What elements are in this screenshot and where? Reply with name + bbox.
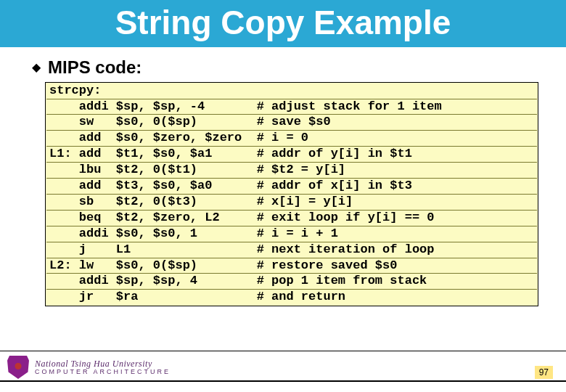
code-line: add $t3, $s0, $a0 # addr of x[i] in $t3 (46, 179, 537, 195)
footer: National Tsing Hua University COMPUTER A… (0, 348, 566, 392)
code-line: sw $s0, 0($sp) # save $s0 (46, 115, 537, 131)
code-line: strcpy: (46, 83, 537, 99)
code-block: strcpy: addi $sp, $sp, -4 # adjust stack… (45, 82, 538, 307)
slide: String Copy Example ◆ MIPS code: strcpy:… (0, 0, 566, 392)
crest-icon (7, 356, 29, 379)
page-number: 97 (535, 366, 553, 379)
footer-logo: National Tsing Hua University COMPUTER A… (7, 356, 171, 379)
code-line: addi $sp, $sp, 4 # pop 1 item from stack (46, 274, 537, 290)
slide-body: ◆ MIPS code: strcpy: addi $sp, $sp, -4 #… (0, 47, 566, 307)
divider (0, 380, 566, 382)
code-line: addi $sp, $sp, -4 # adjust stack for 1 i… (46, 99, 537, 115)
slide-title: String Copy Example (0, 0, 566, 47)
bullet-icon: ◆ (32, 60, 41, 74)
footer-text: National Tsing Hua University COMPUTER A… (35, 359, 171, 375)
code-line: addi $s0, $s0, 1 # i = i + 1 (46, 226, 537, 242)
code-line: j L1 # next iteration of loop (46, 242, 537, 258)
code-line: L2: lw $s0, 0($sp) # restore saved $s0 (46, 258, 537, 274)
bullet-text: MIPS code: (48, 57, 142, 78)
code-line: lbu $t2, 0($t1) # $t2 = y[i] (46, 163, 537, 179)
university-name: National Tsing Hua University (35, 359, 171, 369)
department-name: COMPUTER ARCHITECTURE (35, 369, 171, 375)
code-pre: strcpy: addi $sp, $sp, -4 # adjust stack… (46, 83, 538, 306)
bullet-row: ◆ MIPS code: (32, 57, 546, 78)
code-line: jr $ra # and return (46, 290, 537, 305)
code-line: sb $t2, 0($t3) # x[i] = y[i] (46, 195, 537, 211)
code-line: beq $t2, $zero, L2 # exit loop if y[i] =… (46, 211, 537, 226)
code-line: L1: add $t1, $s0, $a1 # addr of y[i] in … (46, 147, 537, 163)
divider (0, 351, 566, 351)
code-line: add $s0, $zero, $zero # i = 0 (46, 131, 537, 147)
